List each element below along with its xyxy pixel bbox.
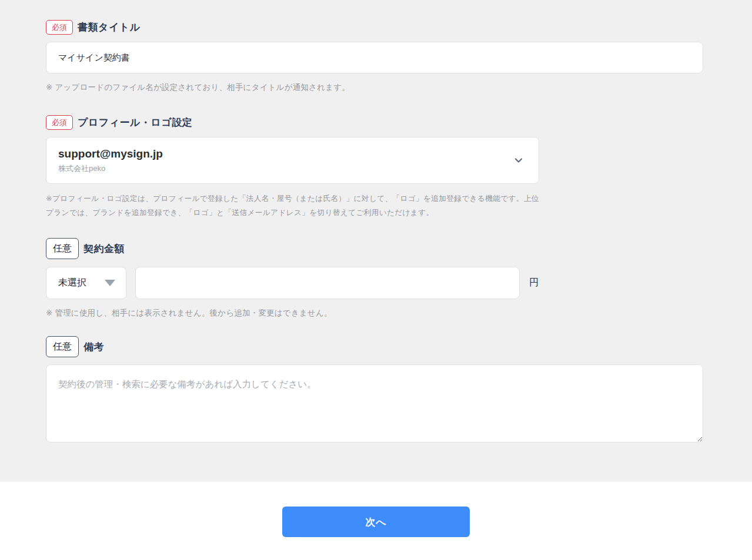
currency-select-value: 未選択 (58, 277, 86, 289)
required-badge: 必須 (46, 115, 73, 130)
profile-email: support@mysign.jp (58, 147, 163, 160)
remarks-textarea[interactable] (46, 364, 703, 442)
section-remarks: 任意 備考 (46, 318, 717, 445)
amount-input[interactable] (135, 267, 520, 299)
chevron-down-icon (514, 156, 523, 165)
document-title-note: ※ アップロードのファイル名が設定されており、相手にタイトルが通知されます。 (46, 82, 717, 93)
section-contract-amount: 任意 契約金額 未選択 円 ※ 管理に使用し、相手には表示されません。後から追加… (46, 219, 717, 318)
document-title-input[interactable] (46, 42, 703, 73)
section-profile-logo: 必須 プロフィール・ロゴ設定 support@mysign.jp 株式会社pek… (46, 93, 717, 219)
currency-select[interactable]: 未選択 (46, 267, 126, 299)
required-badge: 必須 (46, 20, 73, 35)
profile-logo-select[interactable]: support@mysign.jp 株式会社peko (46, 137, 539, 184)
profile-logo-label-row: 必須 プロフィール・ロゴ設定 (46, 115, 717, 130)
remarks-label: 備考 (83, 340, 104, 354)
profile-selected-option: support@mysign.jp 株式会社peko (58, 147, 163, 174)
next-button[interactable]: 次へ (282, 507, 470, 537)
profile-logo-note: ※プロフィール・ロゴ設定は、プロフィールで登録した「法人名・屋号（または氏名）」… (46, 192, 547, 219)
contract-amount-label: 契約金額 (83, 242, 125, 256)
caret-down-icon (105, 280, 115, 286)
profile-logo-label: プロフィール・ロゴ設定 (78, 116, 192, 129)
document-title-label-row: 必須 書類タイトル (46, 20, 717, 35)
optional-badge: 任意 (46, 336, 79, 357)
contract-amount-label-row: 任意 契約金額 (46, 238, 717, 259)
section-document-title: 必須 書類タイトル ※ アップロードのファイル名が設定されており、相手にタイトル… (46, 0, 717, 93)
remarks-label-row: 任意 備考 (46, 336, 717, 357)
document-title-label: 書類タイトル (78, 21, 141, 34)
optional-badge: 任意 (46, 238, 79, 259)
currency-unit-label: 円 (529, 277, 539, 289)
form-content: 必須 書類タイトル ※ アップロードのファイル名が設定されており、相手にタイトル… (0, 0, 752, 445)
contract-amount-row: 未選択 円 (46, 267, 717, 299)
profile-company: 株式会社peko (58, 163, 163, 174)
footer-bar: 次へ (0, 482, 752, 560)
contract-amount-note: ※ 管理に使用し、相手には表示されません。後から追加・変更はできません。 (46, 308, 717, 318)
